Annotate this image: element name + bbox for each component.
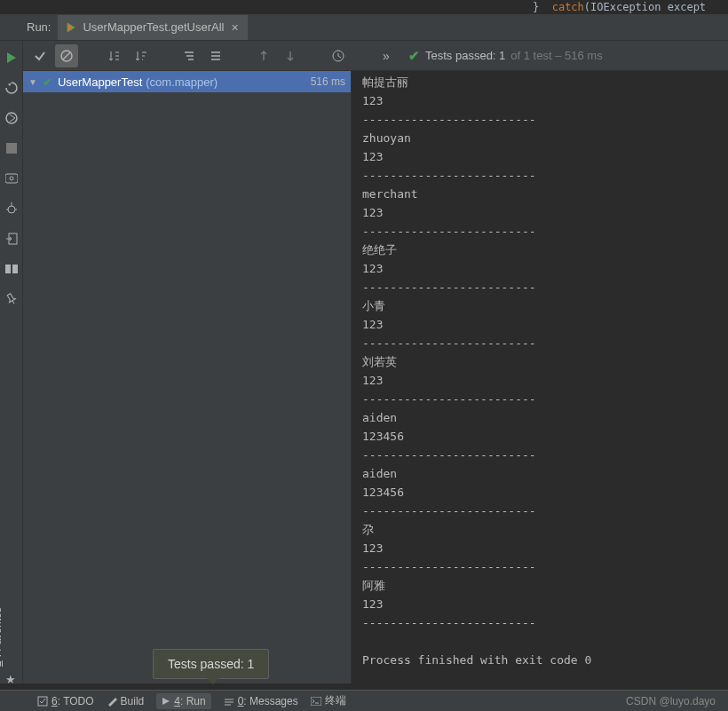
show-ignored-icon[interactable]: [55, 44, 78, 67]
pin-icon[interactable]: [4, 291, 20, 307]
sort-duration-icon[interactable]: [130, 44, 153, 67]
svg-line-12: [63, 52, 70, 59]
svg-point-4: [8, 206, 15, 213]
test-class-name: UserMapperTest: [58, 75, 142, 89]
show-passed-icon[interactable]: [28, 44, 51, 67]
tooltip-text: Tests passed: 1: [168, 657, 254, 671]
sort-alpha-icon[interactable]: [103, 44, 126, 67]
play-icon: [162, 697, 170, 706]
svg-rect-10: [12, 265, 18, 273]
test-status: ✔ Tests passed: 1 of 1 test – 516 ms: [408, 48, 603, 64]
expand-all-icon[interactable]: [178, 44, 201, 67]
keyword-catch: catch: [552, 1, 584, 13]
code-rest: (IOException except: [584, 1, 706, 13]
test-run-icon: [65, 21, 77, 34]
brace: }: [533, 1, 552, 13]
todo-tool[interactable]: 6: TODO: [37, 695, 94, 707]
messages-icon: [224, 697, 234, 706]
editor-snippet: } catch (IOException except: [0, 0, 728, 14]
favorites-label: : Favorites: [0, 607, 4, 657]
terminal-tool[interactable]: 终端: [311, 693, 346, 708]
run-tool[interactable]: 4: Run: [156, 693, 210, 709]
terminal-icon: [311, 697, 321, 706]
prev-icon[interactable]: [252, 44, 275, 67]
exit-icon[interactable]: [4, 231, 20, 247]
watermark: CSDN @luyo.dayo: [626, 695, 716, 707]
toggle-auto-icon[interactable]: [4, 110, 20, 126]
star-icon[interactable]: ★: [5, 673, 16, 686]
console-output[interactable]: 帕提古丽 123 ------------------------- zhuoy…: [352, 71, 728, 683]
run-header: Run: UserMapperTest.getUserAll ×: [0, 14, 728, 41]
status-bar: 6: TODO Build 4: Run 0: Messages 终端 CSDN…: [0, 690, 728, 711]
run-icon[interactable]: [4, 50, 20, 66]
bug-icon[interactable]: [4, 201, 20, 217]
test-toolbar: » ✔ Tests passed: 1 of 1 test – 516 ms: [23, 41, 728, 71]
svg-rect-9: [5, 265, 11, 273]
status-passed: Tests passed: 1: [425, 49, 505, 62]
collapse-all-icon[interactable]: [204, 44, 227, 67]
favorites-mnemonic: 2: [0, 660, 4, 667]
close-icon[interactable]: ×: [229, 20, 240, 35]
svg-point-3: [10, 177, 13, 180]
stop-icon[interactable]: [4, 140, 20, 156]
svg-rect-15: [311, 697, 321, 706]
test-package: (com.mapper): [146, 75, 218, 89]
layout-icon[interactable]: [4, 261, 20, 277]
dump-icon[interactable]: [4, 170, 20, 186]
hammer-icon: [107, 696, 117, 707]
status-detail: of 1 test – 516 ms: [510, 49, 602, 62]
test-duration: 516 ms: [311, 75, 345, 88]
favorites-tool[interactable]: 2: Favorites: [0, 607, 4, 667]
test-tree[interactable]: ▼ ✔ UserMapperTest (com.mapper) 516 ms: [23, 71, 352, 683]
messages-tool[interactable]: 0: Messages: [224, 695, 298, 707]
more-icon[interactable]: »: [375, 44, 398, 67]
svg-rect-2: [5, 174, 18, 183]
next-icon[interactable]: [279, 44, 302, 67]
tool-rail: [0, 41, 23, 683]
svg-rect-1: [6, 143, 17, 154]
rerun-failed-icon[interactable]: [4, 80, 20, 96]
run-tab-label: UserMapperTest.getUserAll: [83, 20, 224, 34]
tooltip: Tests passed: 1: [153, 649, 269, 679]
build-tool[interactable]: Build: [107, 695, 145, 707]
run-label: Run:: [0, 20, 58, 34]
check-icon: ✔: [408, 48, 420, 64]
test-tree-row[interactable]: ▼ ✔ UserMapperTest (com.mapper) 516 ms: [23, 71, 351, 92]
history-icon[interactable]: [327, 44, 350, 67]
run-tab[interactable]: UserMapperTest.getUserAll ×: [58, 15, 247, 40]
chevron-down-icon[interactable]: ▼: [28, 77, 37, 87]
todo-icon: [37, 696, 48, 707]
check-icon: ✔: [43, 75, 52, 89]
